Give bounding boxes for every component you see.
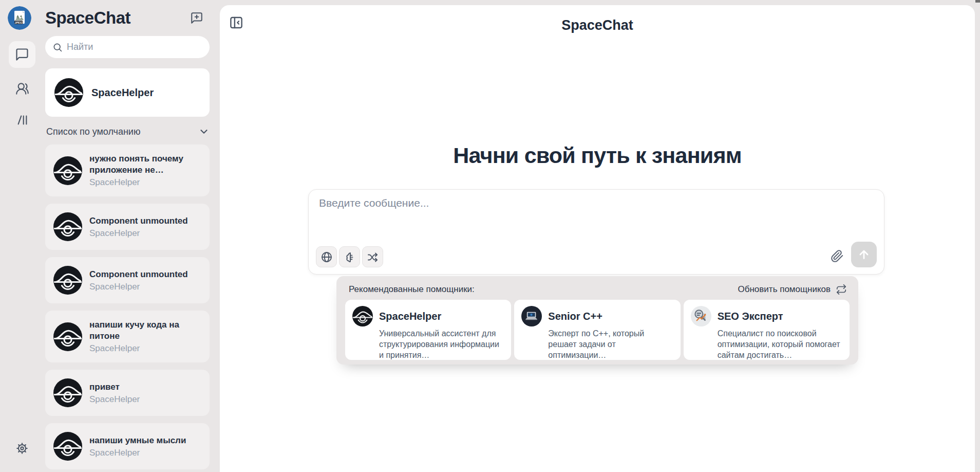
reasoning-button[interactable]	[339, 246, 360, 267]
gear-icon	[15, 442, 29, 455]
nav-tools-button[interactable]	[9, 106, 35, 133]
people-icon	[15, 82, 29, 96]
send-button[interactable]	[851, 242, 877, 267]
chat-list-item[interactable]: привет SpaceHelper	[45, 370, 210, 416]
chat-subtitle: SpaceHelper	[89, 228, 188, 239]
chat-meta: привет SpaceHelper	[89, 382, 140, 405]
assistant-name: SEO Эксперт	[718, 311, 783, 322]
spacehelper-avatar	[352, 306, 373, 326]
new-chat-button[interactable]	[189, 10, 204, 26]
spacehelper-avatar	[53, 322, 82, 351]
assistant-card-head: SEO Эксперт	[691, 306, 842, 326]
chat-list-item[interactable]: Component unmounted SpaceHelper	[45, 204, 210, 250]
chat-subtitle: SpaceHelper	[89, 448, 186, 458]
spacehelper-avatar	[54, 78, 83, 107]
assistants-header-label: Рекомендованные помощники:	[349, 284, 738, 295]
shuffle-button[interactable]	[362, 246, 383, 267]
assistant-card-head: SpaceHelper	[352, 306, 504, 326]
chat-bubble-icon	[15, 47, 29, 62]
spacehelper-avatar	[53, 378, 82, 407]
search-icon	[52, 42, 63, 52]
refresh-assistants-label: Обновить помощников	[738, 284, 831, 295]
chat-subtitle: SpaceHelper	[89, 282, 188, 292]
chat-list-section-toggle[interactable]: Список по умолчанию	[46, 126, 210, 137]
assistant-card-senior-cpp[interactable]: Senior C++ Эксперт по C++, который решае…	[514, 300, 680, 360]
chat-subtitle: SpaceHelper	[89, 343, 201, 354]
chat-title: напиши умные мысли	[89, 435, 186, 446]
pinned-assistant-card[interactable]: SpaceHelper	[45, 68, 210, 117]
spacehelper-avatar	[53, 432, 82, 461]
assistant-description: Универсальный ассистент для структуриров…	[379, 329, 504, 360]
sidebar: SpaceChat SpaceHelper Список по умолчани…	[41, 0, 220, 472]
chat-meta: нужно понять почему приложение не… Space…	[89, 153, 201, 188]
search-input[interactable]	[45, 36, 210, 58]
sliders-icon	[15, 113, 29, 127]
chat-title: Component unmounted	[89, 215, 188, 227]
chat-meta: Component unmounted SpaceHelper	[89, 215, 188, 239]
chat-list-section-label: Список по умолчанию	[46, 126, 198, 137]
assistant-cards-row: SpaceHelper Универсальный ассистент для …	[345, 300, 850, 360]
assistant-card-seo-expert[interactable]: SEO Эксперт Специалист по поисковой опти…	[684, 300, 850, 360]
search-container	[45, 36, 210, 58]
web-search-button[interactable]	[316, 246, 337, 267]
send-icon	[857, 248, 871, 261]
app-logo[interactable]: JPEG	[8, 6, 31, 30]
chat-meta: Component unmounted SpaceHelper	[89, 269, 188, 292]
app-title: SpaceChat	[45, 8, 189, 28]
chat-meta: напиши умные мысли SpaceHelper	[89, 435, 186, 458]
pinned-assistant-name: SpaceHelper	[91, 87, 154, 99]
chat-title: Component unmounted	[89, 269, 188, 280]
chevron-down-icon	[198, 126, 210, 137]
nav-chats-button[interactable]	[9, 41, 35, 68]
assistant-card-head: Senior C++	[521, 306, 673, 326]
sidebar-header: SpaceChat	[45, 8, 204, 28]
chat-list-item[interactable]: Component unmounted SpaceHelper	[45, 257, 210, 303]
assistant-name: SpaceHelper	[379, 311, 441, 322]
settings-button[interactable]	[9, 435, 35, 462]
composer-tools	[316, 246, 383, 267]
seo-expert-avatar	[691, 306, 711, 326]
spacehelper-avatar	[53, 156, 82, 185]
message-composer	[308, 189, 884, 275]
chat-list-item[interactable]: нужно понять почему приложение не… Space…	[45, 144, 210, 196]
chat-list-item[interactable]: напиши кучу кода на питоне SpaceHelper	[45, 311, 210, 362]
spacehelper-avatar	[53, 266, 82, 295]
assistant-card-spacehelper[interactable]: SpaceHelper Универсальный ассистент для …	[345, 300, 511, 360]
hero-title: Начни свой путь к знаниям	[220, 143, 975, 168]
svg-text:JPEG: JPEG	[15, 21, 23, 24]
chat-title: напиши кучу кода на питоне	[89, 319, 201, 342]
main-panel: SpaceChat Начни свой путь к знаниям	[220, 5, 975, 472]
refresh-assistants-button[interactable]: Обновить помощников	[738, 284, 847, 295]
main-header-title: SpaceChat	[220, 17, 975, 33]
page-scrollbar-thumb[interactable]	[975, 0, 980, 3]
assistants-header-row: Рекомендованные помощники: Обновить помо…	[349, 284, 847, 295]
attach-file-button[interactable]	[831, 249, 844, 263]
chat-title: нужно понять почему приложение не…	[89, 153, 201, 176]
chat-subtitle: SpaceHelper	[89, 177, 201, 188]
new-chat-icon	[190, 11, 203, 25]
chat-title: привет	[89, 382, 140, 393]
chat-list-item[interactable]: напиши умные мысли SpaceHelper	[45, 423, 210, 469]
chat-list: нужно понять почему приложение не… Space…	[45, 144, 210, 469]
refresh-icon	[836, 284, 847, 295]
senior-cpp-avatar	[521, 306, 542, 326]
shuffle-icon	[367, 251, 379, 263]
message-input[interactable]	[319, 197, 833, 228]
attach-icon	[831, 249, 844, 263]
brain-icon	[344, 251, 356, 263]
recommended-assistants-panel: Рекомендованные помощники: Обновить помо…	[336, 276, 858, 365]
assistant-description: Эксперт по C++, который решает задачи от…	[548, 329, 673, 360]
web-search-icon	[321, 251, 333, 263]
icon-rail: JPEG	[0, 0, 41, 472]
assistant-description: Специалист по поисковой оптимизации, кот…	[718, 329, 842, 360]
assistant-name: Senior C++	[548, 311, 602, 322]
chat-subtitle: SpaceHelper	[89, 394, 140, 405]
nav-assistants-button[interactable]	[9, 75, 35, 102]
spacehelper-avatar	[53, 212, 82, 241]
chat-meta: напиши кучу кода на питоне SpaceHelper	[89, 319, 201, 354]
